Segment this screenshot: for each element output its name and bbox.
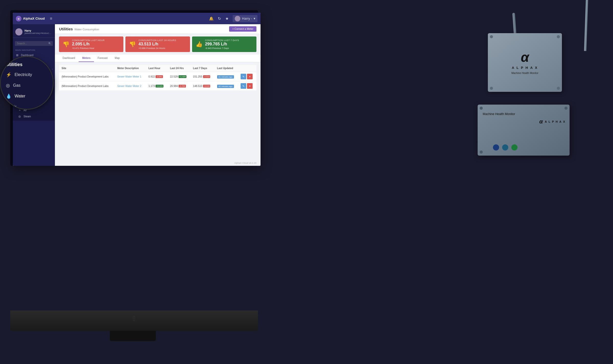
hardware-section: α A L P H A X Machine Health Monitor Mac…: [470, 13, 598, 217]
tabs-bar: Dashboard Meters Forecast Map: [55, 55, 261, 62]
sidebar-search-input[interactable]: [15, 41, 53, 46]
col-header-last-7: Last 7 Days: [191, 65, 215, 72]
row1-last-7: 151.255 -4.514: [191, 72, 215, 81]
row2-meter-link[interactable]: Sewer Water Meter 2: [117, 85, 141, 87]
tab-map[interactable]: Map: [111, 55, 123, 62]
table-section: Site Meter Description Last Hour Last 24…: [55, 62, 261, 93]
magnify-overlay: Utilities ⚡ Electricity ◎ Gas 💧 Water ≈ …: [0, 56, 54, 110]
device-sub-label: Machine Health Monitor: [511, 72, 538, 74]
topbar-logo: α AlphaX Cloud: [16, 16, 45, 21]
row1-delete-button[interactable]: ✕: [247, 74, 253, 79]
row1-edit-button[interactable]: ✎: [241, 74, 246, 79]
tab-forecast[interactable]: Forecast: [94, 55, 111, 62]
device-alpha-symbol: α: [521, 51, 529, 64]
row1-7-value: 151.255 -4.514: [193, 75, 210, 78]
col-header-meter: Meter Description: [115, 65, 146, 72]
tab-dashboard[interactable]: Dashboard: [59, 55, 79, 62]
magnify-gas[interactable]: ◎ Gas: [1, 80, 53, 91]
row1-last-updated: 81 minutes ago: [215, 72, 238, 81]
star-icon[interactable]: ★: [225, 16, 229, 21]
screw-tr: [557, 35, 560, 38]
row2-last-hour: 1.173 +0.429: [146, 81, 167, 91]
col-header-site: Site: [59, 65, 115, 72]
topbar-left: α AlphaX Cloud ≡: [16, 16, 52, 21]
stat-icon-thumbdown-1: 👎: [63, 41, 69, 48]
col-header-last-hour: Last Hour: [146, 65, 167, 72]
row2-24-value: 20.984 -0.769: [170, 85, 186, 87]
row1-site: (Minnovation) Product Development Labs: [59, 72, 115, 81]
magnify-water-label: Water: [15, 94, 25, 98]
col-header-last-24: Last 24 Hrs: [167, 65, 190, 72]
stat-value-3: 299.765 L/h: [205, 42, 239, 46]
steam-label: Steam: [23, 115, 31, 118]
device-base-box: Machine Health Monitor α A L P H A X: [478, 105, 570, 156]
base-screw-tr: [564, 107, 568, 110]
topbar-logo-text: AlphaX Cloud: [23, 17, 45, 20]
connector-3: [511, 144, 517, 150]
tab-meters[interactable]: Meters: [79, 55, 94, 62]
stat-change-3: -9.943 Previous 7 Days: [205, 47, 239, 49]
magnify-air-icon: ≈: [6, 104, 8, 109]
hamburger-menu[interactable]: ≡: [50, 16, 52, 21]
row2-time-badge: 82 minutes ago: [217, 85, 234, 88]
magnify-water[interactable]: 💧 Water: [1, 91, 53, 102]
user-menu[interactable]: Harry - ▾: [233, 15, 257, 22]
screw-br: [557, 87, 560, 90]
search-icon: 🔍: [48, 42, 51, 45]
content-title: Utilities Water Consumption: [59, 27, 99, 31]
row2-7-delta: -5.028: [203, 85, 210, 87]
connect-meter-button[interactable]: + Connect a Meter: [229, 26, 256, 32]
bell-icon[interactable]: 🔔: [209, 16, 214, 21]
device-base-brand-text: A L P H A X: [545, 120, 565, 123]
sidebar-user-org: [MINNOVATION] PRODUCT DEVEL...: [25, 32, 52, 34]
device-base-alpha: α: [539, 118, 543, 125]
row1-last-24: 22.529 +1.429: [167, 72, 190, 81]
row2-hour-value: 1.173 +0.429: [148, 85, 163, 87]
device-connectors: [493, 144, 517, 150]
row1-actions: ✎ ✕: [238, 72, 256, 81]
sidebar-user-info: Harry [MINNOVATION] PRODUCT DEVEL...: [25, 29, 52, 34]
row1-last-hour: 0.922 -0.042: [146, 72, 167, 81]
page-subtitle: Water Consumption: [74, 28, 99, 31]
row2-hour-delta: +0.429: [156, 85, 163, 87]
row1-meter-link[interactable]: Sewer Water Meter 1: [117, 75, 141, 78]
magnify-electricity-icon: ⚡: [6, 72, 11, 78]
stat-change-1: +0.471 Previous Hour: [72, 47, 105, 49]
row2-action-buttons: ✎ ✕: [241, 83, 254, 89]
stats-row: 👎 CONSUMPTION LAST HOUR 2.095 L/h +0.471…: [55, 34, 261, 55]
apple-logo: : [10, 310, 258, 323]
stat-icon-thumbup: 👍: [196, 41, 203, 48]
row1-7-delta: -4.514: [203, 75, 210, 78]
content-area: Utilities Water Consumption + Connect a …: [55, 24, 261, 166]
content-header: Utilities Water Consumption + Connect a …: [55, 24, 261, 34]
magnify-electricity-label: Electricity: [15, 72, 32, 77]
magnify-electricity[interactable]: ⚡ Electricity: [1, 69, 53, 80]
base-screw-tl: [480, 107, 483, 110]
device-antenna-right: [584, 0, 589, 51]
magnify-water-icon: 💧: [6, 93, 11, 99]
mac-stand: [110, 331, 156, 341]
device-brand-name: A L P H A X: [512, 66, 538, 70]
col-header-actions: [238, 65, 256, 72]
stat-label-2: CONSUMPTION LAST 24 HOURS: [138, 39, 176, 42]
connector-1: [493, 144, 499, 150]
magnify-gas-icon: ◎: [6, 83, 10, 88]
screw-tl: [490, 35, 493, 38]
row2-delete-button[interactable]: ✕: [247, 83, 253, 89]
stat-value-2: 43.513 L/h: [138, 42, 176, 46]
screw-bl: [490, 87, 493, 90]
row2-24-delta: -0.769: [179, 85, 186, 87]
steam-icon: ◎: [18, 115, 21, 118]
row2-edit-button[interactable]: ✎: [241, 83, 246, 89]
row2-last-updated: 82 minutes ago: [215, 81, 238, 91]
sidebar-sub-steam[interactable]: ◎ Steam: [13, 113, 55, 120]
refresh-icon[interactable]: ↻: [218, 16, 221, 21]
row1-time-badge: 81 minutes ago: [217, 75, 234, 79]
topbar-right: 🔔 ↻ ★ Harry - ▾: [209, 15, 257, 22]
dashboard-icon: ⊞: [15, 54, 19, 57]
row1-hour-delta: -0.042: [156, 75, 163, 78]
user-dropdown-icon: ▾: [254, 17, 255, 20]
topbar: α AlphaX Cloud ≡ 🔔 ↻ ★ Harry - ▾: [13, 13, 261, 24]
user-avatar: [235, 16, 240, 21]
app-footer: AlphaX Cloud v0.2.20: [55, 160, 261, 166]
